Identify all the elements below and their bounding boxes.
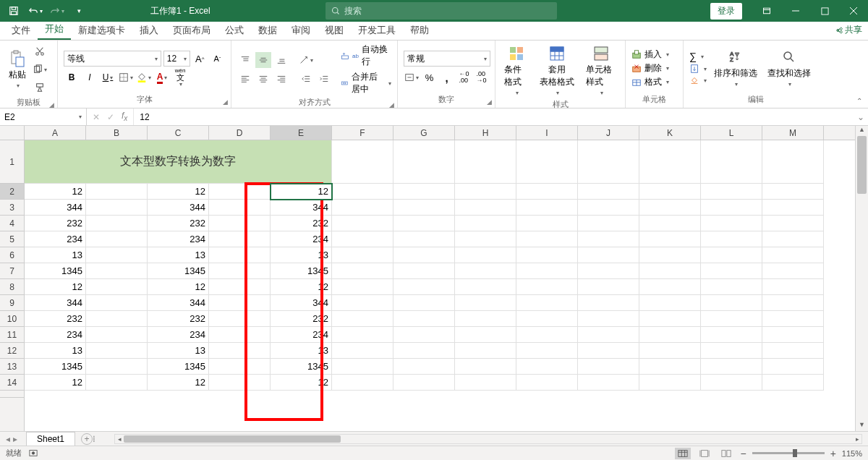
col-header-F[interactable]: F	[332, 126, 393, 140]
cell-D8[interactable]	[209, 279, 271, 295]
cell-D6[interactable]	[209, 247, 271, 263]
cell-I9[interactable]	[516, 295, 578, 311]
add-sheet-button[interactable]: +	[81, 433, 93, 445]
cell-M8[interactable]	[762, 279, 824, 295]
cell-E8[interactable]: 12	[271, 279, 332, 295]
tab-review[interactable]: 审阅	[284, 21, 318, 40]
cell-D13[interactable]	[209, 359, 271, 375]
tab-new[interactable]: 新建选项卡	[71, 21, 132, 40]
cell-M11[interactable]	[762, 327, 824, 343]
horizontal-scroll-thumb[interactable]	[124, 435, 341, 443]
select-all-corner[interactable]	[0, 126, 25, 140]
cell-A10[interactable]: 232	[25, 311, 86, 327]
align-right-button[interactable]	[273, 71, 289, 87]
cell-G2[interactable]	[393, 184, 455, 200]
cell-I7[interactable]	[516, 263, 578, 279]
cell-F6[interactable]	[332, 247, 393, 263]
cell-J3[interactable]	[578, 200, 639, 216]
cell-G4[interactable]	[393, 216, 455, 231]
increase-font-button[interactable]: A^	[192, 51, 208, 67]
bold-button[interactable]: B	[64, 69, 80, 85]
cell-C4[interactable]: 232	[148, 216, 209, 231]
cut-button[interactable]	[32, 43, 48, 59]
cell-B5[interactable]	[86, 231, 148, 247]
cell-D2[interactable]	[209, 184, 271, 200]
cell[interactable]	[701, 140, 762, 184]
col-header-M[interactable]: M	[762, 126, 824, 140]
col-header-I[interactable]: I	[516, 126, 578, 140]
cell-G5[interactable]	[393, 231, 455, 247]
col-header-C[interactable]: C	[148, 126, 209, 140]
wrap-text-button[interactable]: ab自动换行	[341, 43, 391, 68]
cell-F8[interactable]	[332, 279, 393, 295]
cell-A11[interactable]: 234	[25, 327, 86, 343]
cell-I10[interactable]	[516, 311, 578, 327]
cell-E6[interactable]: 13	[271, 247, 332, 263]
cell-L8[interactable]	[701, 279, 762, 295]
cell-A5[interactable]: 234	[25, 231, 86, 247]
cell-D3[interactable]	[209, 200, 271, 216]
cell-L11[interactable]	[701, 327, 762, 343]
cell-C8[interactable]: 12	[148, 279, 209, 295]
cell-L6[interactable]	[701, 247, 762, 263]
cell-E2[interactable]: 12	[271, 184, 332, 200]
cell-G13[interactable]	[393, 359, 455, 375]
cell-B11[interactable]	[86, 327, 148, 343]
cell-H14[interactable]	[455, 375, 516, 391]
cell-F13[interactable]	[332, 359, 393, 375]
merge-center-button[interactable]: 合并后居中▾	[341, 71, 391, 95]
row-header-8[interactable]: 8	[0, 279, 24, 295]
cell-D10[interactable]	[209, 311, 271, 327]
clipboard-launcher[interactable]: ◢	[49, 101, 54, 108]
cell-G12[interactable]	[393, 343, 455, 359]
cell-L13[interactable]	[701, 359, 762, 375]
cell-H2[interactable]	[455, 184, 516, 200]
cell-K3[interactable]	[639, 200, 701, 216]
row-header-5[interactable]: 5	[0, 231, 24, 247]
cell-A9[interactable]: 344	[25, 295, 86, 311]
cell-M4[interactable]	[762, 216, 824, 231]
cell-G6[interactable]	[393, 247, 455, 263]
cell-A7[interactable]: 1345	[25, 263, 86, 279]
cell-L4[interactable]	[701, 216, 762, 231]
cell-I5[interactable]	[516, 231, 578, 247]
cell-G8[interactable]	[393, 279, 455, 295]
align-launcher[interactable]: ◢	[389, 101, 394, 108]
cell-G3[interactable]	[393, 200, 455, 216]
enter-formula-button[interactable]: ✓	[107, 112, 114, 122]
find-select-button[interactable]: 查找和选择▾	[765, 47, 814, 89]
collapse-ribbon-button[interactable]: ⌃	[856, 97, 862, 105]
cell-C5[interactable]: 234	[148, 231, 209, 247]
cell-E11[interactable]: 234	[271, 327, 332, 343]
row-header-15[interactable]	[0, 391, 24, 398]
cell-F5[interactable]	[332, 231, 393, 247]
align-middle-button[interactable]	[255, 52, 271, 68]
tab-help[interactable]: 帮助	[403, 21, 436, 40]
align-bottom-button[interactable]	[273, 52, 289, 68]
cell-J10[interactable]	[578, 311, 639, 327]
cell-B4[interactable]	[86, 216, 148, 231]
cell-J9[interactable]	[578, 295, 639, 311]
save-icon[interactable]	[4, 2, 23, 20]
cell-J12[interactable]	[578, 343, 639, 359]
zoom-level[interactable]: 115%	[842, 449, 862, 458]
column-headers[interactable]: ABCDEFGHIJKLM	[25, 126, 855, 140]
cell-M14[interactable]	[762, 375, 824, 391]
row-header-6[interactable]: 6	[0, 247, 24, 263]
clear-button[interactable]: ▾	[689, 75, 707, 85]
cell-D9[interactable]	[209, 295, 271, 311]
cell-I3[interactable]	[516, 200, 578, 216]
font-color-button[interactable]: A▾	[154, 69, 170, 85]
comma-button[interactable]: ,	[439, 69, 454, 85]
cell-H3[interactable]	[455, 200, 516, 216]
col-header-D[interactable]: D	[209, 126, 271, 140]
cell-K13[interactable]	[639, 359, 701, 375]
cell-M2[interactable]	[762, 184, 824, 200]
cell-H10[interactable]	[455, 311, 516, 327]
share-button[interactable]: 共享	[834, 24, 862, 36]
cell-J11[interactable]	[578, 327, 639, 343]
cell-M9[interactable]	[762, 295, 824, 311]
format-table-button[interactable]: 套用 表格格式▾	[537, 43, 577, 98]
fill-color-button[interactable]: ▾	[136, 69, 152, 85]
search-box[interactable]: 搜索	[326, 2, 557, 20]
